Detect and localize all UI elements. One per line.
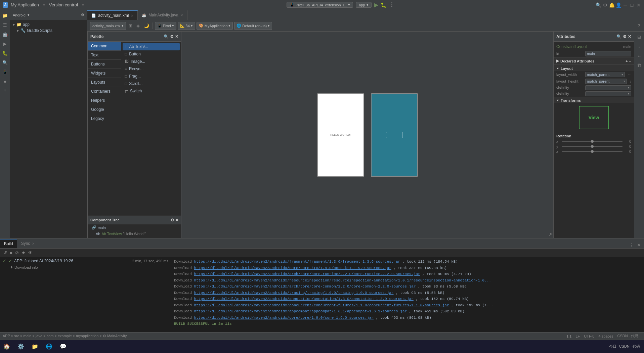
rotation-y-slider[interactable] [562,146,622,147]
build-filter-icon[interactable]: ⊘ [14,250,19,256]
log-link-8[interactable]: https://dl.cdnl/dl/android/maven2/androi… [194,309,407,313]
attr-search-icon[interactable]: 🔍 [616,34,621,39]
tab-mainactivity[interactable]: ☕ MainActivity.java ✕ [138,10,187,20]
user-icon[interactable]: 👤 [616,2,621,8]
rotation-x-slider[interactable] [562,141,622,142]
right-icon-3[interactable]: ← [635,52,643,60]
palette-search-icon[interactable]: 🔍 [164,34,169,39]
rotation-z-slider[interactable] [562,151,622,152]
palette-cat-helpers[interactable]: Helpers [88,96,121,105]
widget-switch[interactable]: ⇄ Switch [123,87,180,95]
tab-close-main[interactable]: ✕ [131,14,133,17]
comp-tree-textview[interactable]: Ab Ab TextView "Hello World!" [88,231,181,237]
widget-button[interactable]: □ Button [123,50,180,58]
locale-dropdown-btn[interactable]: 🌐 Default (en-us) ▾ [234,22,272,30]
debug-icon[interactable]: 🐛 [381,2,386,8]
taskbar-item-1[interactable]: ⚙️ [15,341,29,353]
build-item-app[interactable]: ✓ ✓ APP: finished At 2024/3/19 19:26 2 m… [0,257,171,264]
layout-height-dropdown-icon[interactable]: ▾ [624,80,625,83]
build-bookmark-icon[interactable]: ★ [21,250,26,256]
help-icon[interactable]: ? [636,23,641,29]
bottom-tab-sync-close[interactable]: ✕ [32,242,35,246]
size-dropdown-btn[interactable]: 📐 34 ▾ [178,22,195,30]
visibility2-dropdown-icon[interactable]: ▾ [628,92,630,95]
log-link-6[interactable]: https://dl.cdnl/dl/android/maven2/androi… [194,297,414,301]
app-selector[interactable]: app ▾ [356,2,371,8]
layout-section-header[interactable]: ▼ Layout [554,65,634,71]
left-icon-preview[interactable]: 📱 [1,68,9,76]
palette-cat-buttons[interactable]: Buttons [88,60,121,69]
attr-settings-icon[interactable]: ⚙ [623,34,627,39]
palette-cat-widgets[interactable]: Widgets [88,69,121,78]
right-icon-4[interactable]: 🗑 [635,61,643,69]
log-link-7[interactable]: https://dl.cdnl/dl/android/maven2/androi… [194,303,449,307]
visibility-value-field[interactable]: ▾ [585,85,631,90]
taskbar-item-3[interactable]: 🌐 [44,341,57,353]
build-eye-icon[interactable]: 👁 [28,250,33,256]
log-link-2[interactable]: https://dl.cdnl/dl/android/maven2/androi… [194,272,420,276]
design-canvas[interactable]: HELLO WORLD! ↗ [181,32,553,238]
widget-imageview[interactable]: 🖼 Image... [123,58,180,65]
widget-recyclerview[interactable]: ≡ Recyc... [123,65,180,73]
taskbar-item-2[interactable]: 📁 [30,341,43,353]
comp-tree-close-icon[interactable]: ✕ [175,218,178,222]
theme-dropdown-btn[interactable]: 🎨 MyApplication ▾ [197,22,233,30]
left-icon-debug[interactable]: 🐛 [1,49,9,57]
attr-close-icon[interactable]: ✕ [628,34,631,39]
comp-tree-settings-icon[interactable]: ⚙ [171,218,174,222]
log-link-5[interactable]: https://dl.cdnl/dl/android/maven2/androi… [194,291,393,295]
palette-close-icon[interactable]: ✕ [175,34,178,39]
visibility-dropdown-icon[interactable]: ▾ [628,86,630,89]
bottom-close-panel-icon[interactable]: ✕ [636,242,641,248]
build-sub-download[interactable]: ⬇ Download info [0,264,171,270]
left-icon-search[interactable]: 🔍 [1,58,9,67]
tab-activity-main[interactable]: 📄 activity_main.xml ✕ [87,10,138,20]
layout-width-value-field[interactable]: match_parent ▾ [585,72,625,77]
widget-textview[interactable]: T Ab TextV... [123,43,180,50]
left-icon-project[interactable]: 📁 [1,11,9,19]
layout-width-expand-icon[interactable]: ↔ [628,73,631,77]
title-app-name[interactable]: My Application [11,2,39,7]
palette-cat-layouts[interactable]: Layouts [88,78,121,87]
night-mode-icon[interactable]: 🌙 [142,23,151,29]
tab-close-java[interactable]: ✕ [180,13,183,17]
left-icon-bookmark[interactable]: ★ [1,77,9,85]
pixel-dropdown-btn[interactable]: 📱 Pixel ▾ [155,22,176,30]
project-settings-icon[interactable]: ⚙ [81,13,84,17]
taskbar-item-4[interactable]: 💬 [58,341,71,353]
tree-item-gradle[interactable]: ▶ 🔧 Gradle Scripts [10,28,87,34]
search-icon[interactable]: 🔍 [596,2,601,8]
bottom-more-icon[interactable]: ⋮ [629,242,634,248]
palette-cat-containers[interactable]: Containers [88,87,121,96]
maximize-button[interactable]: □ [629,2,635,8]
close-button[interactable]: ✕ [636,2,641,8]
palette-settings-icon[interactable]: ⚙ [170,34,174,39]
run-button[interactable]: ▶ [374,2,378,8]
right-icon-2[interactable]: ↕ [635,42,643,50]
left-icon-git[interactable]: ⑂ [1,87,9,95]
log-link-3[interactable]: https://dl.cdnl/dl/android/maven2/androi… [194,278,491,282]
visibility2-value-field[interactable]: ▾ [585,91,631,96]
notifications-icon[interactable]: 🔔 [609,2,614,8]
log-link-1[interactable]: https://dl.cdnl/dl/android/maven2/androi… [194,266,391,270]
transforms-section-header[interactable]: ▼ Transforms [554,97,634,103]
resize-handle[interactable]: ↗ [549,232,552,237]
widget-scrollview[interactable]: □ Scroll... [123,80,180,87]
declared-attributes-header[interactable]: ▶ Declared Attributes + − [554,57,634,65]
bottom-tab-sync[interactable]: Sync ✕ [17,239,39,248]
right-icon-1[interactable]: ⊞ [635,33,643,41]
layout-height-expand-icon[interactable]: ↕ [630,79,632,83]
attr-id-value-field[interactable]: main [585,51,631,56]
widget-fragment[interactable]: □ Frag... [123,73,180,80]
bottom-tab-build[interactable]: Build [0,239,17,248]
build-restart-icon[interactable]: ↺ [3,250,8,256]
left-icon-android[interactable]: 🤖 [1,30,9,38]
left-icon-structure[interactable]: ☰ [1,21,9,29]
log-link-9[interactable]: https://dl.cdnl/dl/android/maven2/androi… [194,316,374,320]
palette-cat-google[interactable]: Google [88,105,121,114]
layout-width-dropdown-icon[interactable]: ▾ [621,73,623,76]
more-options-icon[interactable]: ⋮ [389,2,394,8]
palette-cat-text[interactable]: Text [88,51,121,60]
layout-height-value-field[interactable]: match_parent ▾ [585,79,627,84]
palette-cat-legacy[interactable]: Legacy [88,114,121,123]
